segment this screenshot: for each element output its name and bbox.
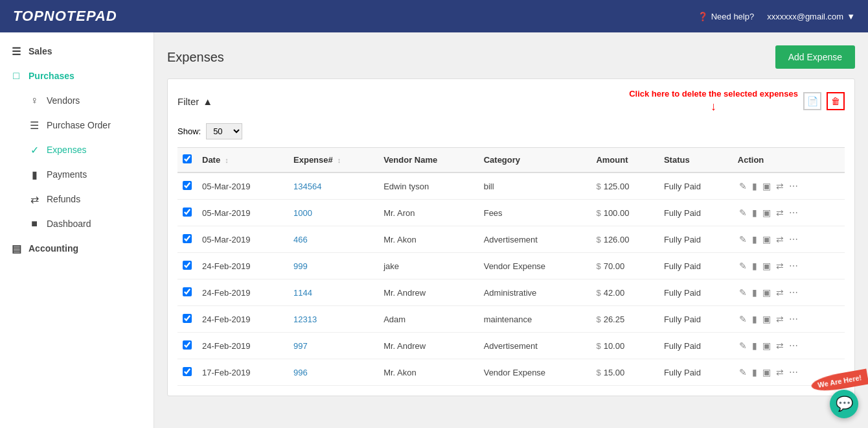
row-checkbox[interactable]	[183, 367, 192, 376]
row-checkbox-cell[interactable]	[177, 253, 197, 279]
th-expense-num: Expense# ↕	[288, 148, 378, 173]
row-checkbox[interactable]	[183, 287, 192, 296]
edit-icon[interactable]: ✎	[738, 259, 748, 272]
row-expense-num[interactable]: 1000	[288, 200, 378, 226]
row-expense-num[interactable]: 999	[288, 253, 378, 279]
row-expense-num[interactable]: 997	[288, 333, 378, 359]
payment-icon[interactable]: ▮	[751, 313, 759, 326]
copy-icon[interactable]: ▣	[761, 366, 772, 379]
copy-icon[interactable]: ▣	[761, 286, 772, 299]
sidebar-item-purchases[interactable]: □ Purchases	[0, 64, 154, 88]
row-expense-num[interactable]: 134564	[288, 172, 378, 200]
sidebar-item-expenses[interactable]: ✓ Expenses	[0, 137, 154, 162]
sidebar-item-vendors[interactable]: ♀ Vendors	[0, 88, 154, 113]
row-checkbox[interactable]	[183, 261, 192, 270]
row-checkbox[interactable]	[183, 181, 192, 190]
header-right: ❓ Need help? xxxxxxx@gmail.com ▼	[698, 12, 855, 21]
row-vendor: Mr. Akon	[378, 226, 479, 253]
filter-panel: Filter ▲ Click here to delete the select…	[167, 78, 855, 396]
export-icon-button[interactable]: 📄	[803, 92, 821, 110]
sidebar-item-purchase-order[interactable]: ☰ Purchase Order	[0, 113, 154, 137]
copy-icon[interactable]: ▣	[761, 233, 772, 246]
convert-icon[interactable]: ⇄	[775, 206, 785, 219]
row-checkbox[interactable]	[183, 340, 192, 350]
convert-icon[interactable]: ⇄	[775, 286, 785, 299]
dollar-sign: $	[596, 368, 600, 377]
th-checkbox	[177, 148, 197, 173]
more-icon[interactable]: ⋯	[788, 286, 799, 299]
payment-icon[interactable]: ▮	[751, 286, 759, 299]
row-amount: $70.00	[591, 253, 658, 279]
more-icon[interactable]: ⋯	[788, 366, 799, 379]
edit-icon[interactable]: ✎	[738, 206, 748, 219]
th-vendor: Vendor Name	[378, 148, 479, 173]
more-icon[interactable]: ⋯	[788, 233, 799, 246]
help-button[interactable]: ❓ Need help?	[698, 12, 755, 21]
row-vendor: Mr. Andrew	[378, 279, 479, 306]
row-category: Advertisement	[479, 226, 591, 253]
row-expense-num[interactable]: 12313	[288, 306, 378, 333]
payment-icon[interactable]: ▮	[751, 366, 759, 379]
row-expense-num[interactable]: 1144	[288, 279, 378, 306]
row-checkbox-cell[interactable]	[177, 359, 197, 386]
row-checkbox-cell[interactable]	[177, 333, 197, 359]
th-date: Date ↕	[197, 148, 288, 173]
copy-icon[interactable]: ▣	[761, 339, 772, 352]
sidebar-item-payments[interactable]: ▮ Payments	[0, 162, 154, 187]
row-checkbox-cell[interactable]	[177, 200, 197, 226]
row-action-icons: ✎ ▮ ▣ ⇄ ⋯	[738, 286, 839, 299]
table-row: 05-Mar-2019 466 Mr. Akon Advertisement $…	[177, 226, 845, 253]
convert-icon[interactable]: ⇄	[775, 233, 785, 246]
sort-date-icon[interactable]: ↕	[225, 156, 229, 164]
payment-icon[interactable]: ▮	[751, 206, 759, 219]
edit-icon[interactable]: ✎	[738, 366, 748, 379]
delete-icon-button[interactable]: 🗑	[827, 92, 845, 110]
sidebar-item-refunds[interactable]: ⇄ Refunds	[0, 187, 154, 211]
convert-icon[interactable]: ⇄	[775, 180, 785, 193]
row-checkbox[interactable]	[183, 208, 192, 217]
more-icon[interactable]: ⋯	[788, 180, 799, 193]
show-select[interactable]: 50 25 100	[206, 123, 242, 139]
copy-icon[interactable]: ▣	[761, 206, 772, 219]
edit-icon[interactable]: ✎	[738, 233, 748, 246]
convert-icon[interactable]: ⇄	[775, 339, 785, 352]
row-checkbox-cell[interactable]	[177, 279, 197, 306]
row-checkbox-cell[interactable]	[177, 306, 197, 333]
add-expense-button[interactable]: Add Expense	[775, 45, 855, 69]
row-checkbox[interactable]	[183, 234, 192, 243]
sidebar-item-sales[interactable]: ☰ Sales	[0, 39, 154, 64]
edit-icon[interactable]: ✎	[738, 286, 748, 299]
row-checkbox[interactable]	[183, 314, 192, 323]
convert-icon[interactable]: ⇄	[775, 366, 785, 379]
payment-icon[interactable]: ▮	[751, 339, 759, 352]
convert-icon[interactable]: ⇄	[775, 259, 785, 272]
row-checkbox-cell[interactable]	[177, 226, 197, 253]
more-icon[interactable]: ⋯	[788, 339, 799, 352]
more-icon[interactable]: ⋯	[788, 206, 799, 219]
more-icon[interactable]: ⋯	[788, 259, 799, 272]
row-action-icons: ✎ ▮ ▣ ⇄ ⋯	[738, 339, 839, 352]
payment-icon[interactable]: ▮	[751, 259, 759, 272]
copy-icon[interactable]: ▣	[761, 259, 772, 272]
copy-icon[interactable]: ▣	[761, 313, 772, 326]
th-amount: Amount	[591, 148, 658, 173]
row-checkbox-cell[interactable]	[177, 172, 197, 200]
select-all-checkbox[interactable]	[183, 154, 192, 163]
sort-expense-icon[interactable]: ↕	[337, 156, 341, 164]
user-menu[interactable]: xxxxxxx@gmail.com ▼	[767, 12, 855, 21]
sidebar-item-dashboard[interactable]: ■ Dashboard	[0, 211, 154, 236]
sidebar-item-accounting[interactable]: ▤ Accounting	[0, 236, 154, 261]
row-expense-num[interactable]: 466	[288, 226, 378, 253]
row-expense-num[interactable]: 996	[288, 359, 378, 386]
edit-icon[interactable]: ✎	[738, 180, 748, 193]
list-icon: ☰	[29, 119, 40, 131]
edit-icon[interactable]: ✎	[738, 339, 748, 352]
chat-bubble[interactable]: 💬	[830, 390, 858, 418]
copy-icon[interactable]: ▣	[761, 180, 772, 193]
row-date: 05-Mar-2019	[197, 200, 288, 226]
more-icon[interactable]: ⋯	[788, 313, 799, 326]
convert-icon[interactable]: ⇄	[775, 313, 785, 326]
edit-icon[interactable]: ✎	[738, 313, 748, 326]
payment-icon[interactable]: ▮	[751, 233, 759, 246]
payment-icon[interactable]: ▮	[751, 180, 759, 193]
